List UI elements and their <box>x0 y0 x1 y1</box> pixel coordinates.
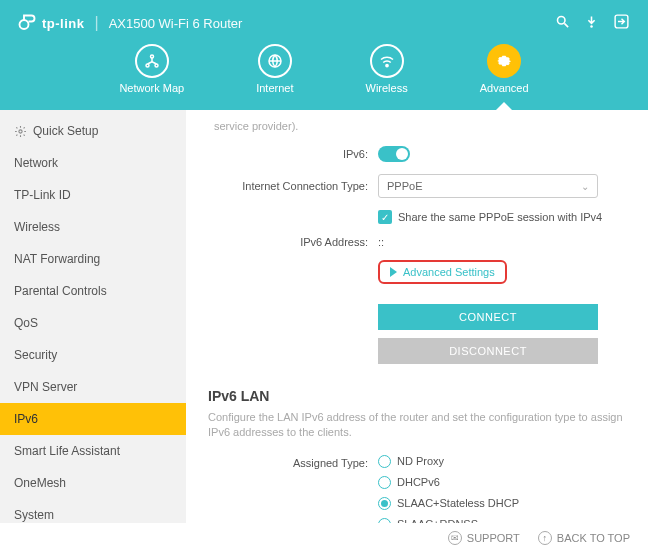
disconnect-button[interactable]: DISCONNECT <box>378 338 598 364</box>
sidebar-item-onemesh[interactable]: OneMesh <box>0 467 186 499</box>
note-tail: service provider). <box>208 120 626 132</box>
advanced-settings-link[interactable]: Advanced Settings <box>378 260 507 284</box>
svg-line-2 <box>564 23 568 27</box>
sidebar-item-label: VPN Server <box>14 380 77 394</box>
sidebar-item-smart-life[interactable]: Smart Life Assistant <box>0 435 186 467</box>
brand-logo: tp-link <box>18 14 85 32</box>
assigned-type-label: Assigned Type: <box>208 455 378 469</box>
radio-slaac-stateless[interactable]: SLAAC+Stateless DHCP <box>378 497 519 510</box>
tab-label: Network Map <box>119 82 184 94</box>
sidebar-item-wireless[interactable]: Wireless <box>0 211 186 243</box>
main-panel: service provider). IPv6: Internet Connec… <box>186 110 648 523</box>
sidebar-item-tplink-id[interactable]: TP-Link ID <box>0 179 186 211</box>
svg-point-7 <box>155 64 158 67</box>
sidebar-item-parental-controls[interactable]: Parental Controls <box>0 275 186 307</box>
svg-point-5 <box>150 55 153 58</box>
led-icon[interactable] <box>584 14 599 33</box>
radio-dhcpv6[interactable]: DHCPv6 <box>378 476 440 489</box>
svg-point-9 <box>385 64 387 66</box>
logout-icon[interactable] <box>613 13 630 34</box>
sidebar-item-security[interactable]: Security <box>0 339 186 371</box>
back-to-top-label: BACK TO TOP <box>557 532 630 544</box>
arrow-up-icon: ↑ <box>538 531 552 545</box>
connect-button[interactable]: CONNECT <box>378 304 598 330</box>
ipv6-toggle[interactable] <box>378 146 410 162</box>
ipv6-lan-subtitle: Configure the LAN IPv6 address of the ro… <box>208 410 626 441</box>
sidebar-item-vpn-server[interactable]: VPN Server <box>0 371 186 403</box>
sidebar-item-quick-setup[interactable]: Quick Setup <box>0 110 186 147</box>
router-title: AX1500 Wi-Fi 6 Router <box>109 16 243 31</box>
sidebar-item-nat-forwarding[interactable]: NAT Forwarding <box>0 243 186 275</box>
share-pppoe-label: Share the same PPPoE session with IPv4 <box>398 211 602 223</box>
sidebar-item-label: Wireless <box>14 220 60 234</box>
radio-label: DHCPv6 <box>397 476 440 488</box>
svg-point-1 <box>558 16 566 24</box>
sidebar-item-label: IPv6 <box>14 412 38 426</box>
footer: ✉ SUPPORT ↑ BACK TO TOP <box>0 523 648 553</box>
sidebar-item-label: Parental Controls <box>14 284 107 298</box>
advanced-settings-label: Advanced Settings <box>403 266 495 278</box>
support-icon: ✉ <box>448 531 462 545</box>
sidebar-item-label: TP-Link ID <box>14 188 71 202</box>
svg-point-10 <box>19 129 22 132</box>
ipv6-lan-title: IPv6 LAN <box>208 388 626 404</box>
sidebar-item-network[interactable]: Network <box>0 147 186 179</box>
sidebar-item-system[interactable]: System <box>0 499 186 523</box>
support-button[interactable]: ✉ SUPPORT <box>448 531 520 545</box>
svg-point-0 <box>20 20 29 29</box>
radio-label: SLAAC+Stateless DHCP <box>397 497 519 509</box>
share-pppoe-checkbox[interactable]: ✓ <box>378 210 392 224</box>
triangle-right-icon <box>390 267 397 277</box>
sidebar-item-label: Security <box>14 348 57 362</box>
sidebar-item-label: OneMesh <box>14 476 66 490</box>
radio-nd-proxy[interactable]: ND Proxy <box>378 455 444 468</box>
back-to-top-button[interactable]: ↑ BACK TO TOP <box>538 531 630 545</box>
sidebar-item-label: Network <box>14 156 58 170</box>
tplink-icon <box>18 14 36 32</box>
sidebar: Quick Setup Network TP-Link ID Wireless … <box>0 110 186 523</box>
svg-point-3 <box>590 25 593 28</box>
ipv6-address-value: :: <box>378 236 384 248</box>
tab-advanced[interactable]: Advanced <box>480 44 529 94</box>
sidebar-item-label: QoS <box>14 316 38 330</box>
sidebar-item-label: System <box>14 508 54 522</box>
brand-divider: | <box>95 14 99 32</box>
conn-type-select[interactable]: PPPoE ⌄ <box>378 174 598 198</box>
tab-internet[interactable]: Internet <box>256 44 293 94</box>
tab-label: Wireless <box>366 82 408 94</box>
chevron-down-icon: ⌄ <box>581 181 589 192</box>
tab-network-map[interactable]: Network Map <box>119 44 184 94</box>
sidebar-item-label: Quick Setup <box>33 124 98 138</box>
search-icon[interactable] <box>555 14 570 33</box>
tab-label: Advanced <box>480 82 529 94</box>
brand-text: tp-link <box>42 16 85 31</box>
ipv6-label: IPv6: <box>208 148 378 160</box>
support-label: SUPPORT <box>467 532 520 544</box>
gear-icon <box>14 125 27 138</box>
svg-point-6 <box>146 64 149 67</box>
ipv6-address-label: IPv6 Address: <box>208 236 378 248</box>
sidebar-item-qos[interactable]: QoS <box>0 307 186 339</box>
tab-label: Internet <box>256 82 293 94</box>
tab-wireless[interactable]: Wireless <box>366 44 408 94</box>
conn-type-label: Internet Connection Type: <box>208 180 378 192</box>
sidebar-item-ipv6[interactable]: IPv6 <box>0 403 186 435</box>
header: tp-link | AX1500 Wi-Fi 6 Router Network … <box>0 0 648 110</box>
sidebar-item-label: Smart Life Assistant <box>14 444 120 458</box>
radio-label: ND Proxy <box>397 455 444 467</box>
conn-type-value: PPPoE <box>387 180 422 192</box>
sidebar-item-label: NAT Forwarding <box>14 252 100 266</box>
